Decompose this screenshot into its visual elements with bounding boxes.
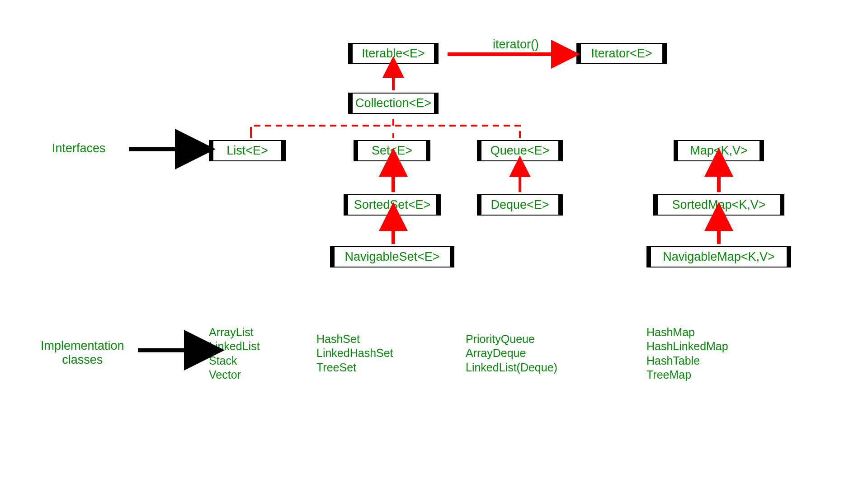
- impl-item: Stack: [209, 354, 260, 368]
- impl-item: LinkedList(Deque): [466, 361, 557, 375]
- iterator-method-label: iterator(): [493, 38, 539, 52]
- iterable-box: Iterable<E>: [348, 43, 439, 64]
- impl-item: TreeMap: [646, 368, 728, 382]
- collection-box: Collection<E>: [348, 93, 439, 114]
- impl-item: LinkedList: [209, 339, 260, 353]
- impl-item: HashLinkedMap: [646, 339, 728, 353]
- navigableset-box: NavigableSet<E>: [330, 246, 454, 267]
- map-box: Map<K,V>: [674, 140, 764, 161]
- sortedset-box: SortedSet<E>: [344, 194, 441, 216]
- impl-item: HashMap: [646, 325, 728, 339]
- list-box: List<E>: [209, 140, 286, 161]
- set-box: Set<E>: [354, 140, 430, 161]
- impl-item: LinkedHashSet: [316, 346, 393, 360]
- impl-item: Vector: [209, 368, 260, 382]
- collection-fanout-dashed: [251, 115, 520, 133]
- impl-item: TreeSet: [316, 361, 393, 375]
- impl-item: PriorityQueue: [466, 332, 557, 346]
- sortedmap-box: SortedMap<K,V>: [653, 194, 784, 216]
- impl-item: HashSet: [316, 332, 393, 346]
- queue-box: Queue<E>: [477, 140, 563, 161]
- arrows-overlay: [0, 0, 868, 488]
- impl-queue: PriorityQueue ArrayDeque LinkedList(Dequ…: [466, 332, 557, 375]
- impl-item: ArrayList: [209, 325, 260, 339]
- implementation-classes-label: Implementation classes: [41, 339, 124, 367]
- iterator-box: Iterator<E>: [576, 43, 667, 64]
- impl-item: ArrayDeque: [466, 346, 557, 360]
- impl-item: HashTable: [646, 354, 728, 368]
- impl-map: HashMap HashLinkedMap HashTable TreeMap: [646, 325, 728, 382]
- deque-box: Deque<E>: [477, 194, 563, 216]
- impl-set: HashSet LinkedHashSet TreeSet: [316, 332, 393, 375]
- navigablemap-box: NavigableMap<K,V>: [646, 246, 791, 267]
- impl-list: ArrayList LinkedList Stack Vector: [209, 325, 260, 382]
- interfaces-label: Interfaces: [52, 141, 106, 155]
